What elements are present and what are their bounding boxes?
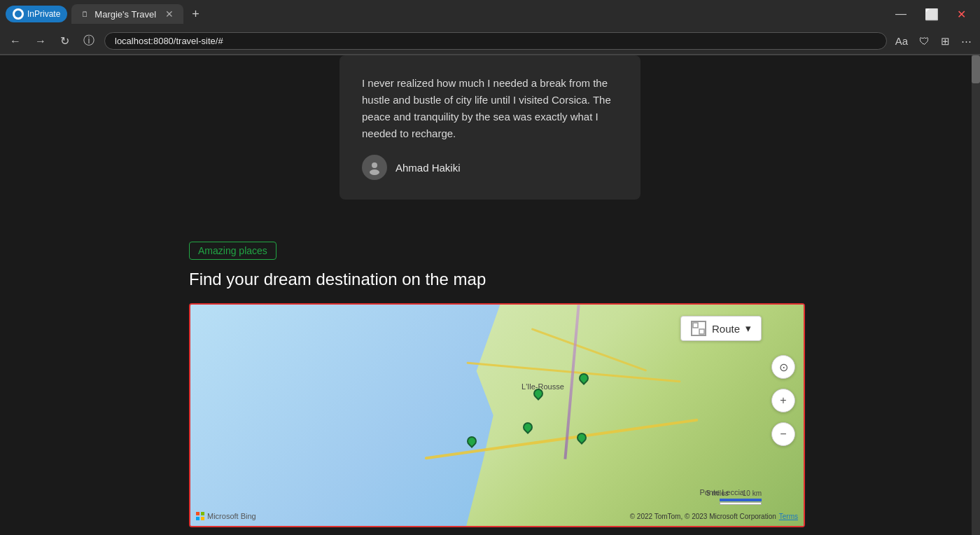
map-pin-4 — [465, 434, 479, 448]
map-scale: 5 miles 10 km — [706, 489, 762, 505]
map-marker-5[interactable] — [577, 433, 587, 447]
toolbar-icon-3[interactable]: ⊞ — [938, 32, 953, 50]
tab-label: Margie's Travel — [94, 9, 156, 20]
url-bar[interactable] — [104, 32, 887, 50]
testimonial-section: I never realized how much I needed a bre… — [0, 55, 980, 200]
route-label: Route — [712, 323, 740, 335]
title-bar: InPrivate 🗒 Margie's Travel ✕ + — ⬜ ✕ — [0, 0, 980, 28]
zoom-in-icon: + — [780, 394, 786, 407]
more-menu-icon[interactable]: ⋯ — [958, 32, 974, 50]
scale-bar-blue — [720, 499, 762, 501]
testimonial-author: Ahmad Hakiki — [362, 155, 618, 180]
svg-point-0 — [372, 162, 377, 168]
author-name: Ahmad Hakiki — [396, 162, 461, 174]
toolbar-icons: Aa 🛡 ⊞ ⋯ — [892, 32, 974, 50]
bing-squares-icon — [196, 512, 204, 520]
map-background: L'Ile-Rousse Ponte Leccia — [190, 305, 804, 526]
active-tab[interactable]: 🗒 Margie's Travel ✕ — [71, 4, 183, 24]
scale-bar-white — [720, 502, 762, 505]
map-attribution: © 2022 TomTom, © 2023 Microsoft Corporat… — [630, 513, 798, 520]
map-container[interactable]: L'Ile-Rousse Ponte Leccia — [189, 303, 805, 527]
window-controls: — ⬜ ✕ — [887, 5, 974, 24]
inprivate-button[interactable]: InPrivate — [6, 6, 67, 22]
forward-button[interactable]: → — [31, 32, 50, 50]
bing-sq-green — [201, 512, 204, 515]
map-marker-4[interactable] — [467, 436, 477, 450]
zoom-in-button[interactable]: + — [771, 389, 795, 412]
testimonial-card: I never realized how much I needed a bre… — [340, 55, 640, 200]
amazing-places-badge: Amazing places — [189, 242, 276, 260]
toolbar-icon-2[interactable]: 🛡 — [916, 32, 932, 50]
scale-labels: 5 miles 10 km — [706, 489, 762, 497]
map-pin-5 — [575, 431, 589, 445]
back-button[interactable]: ← — [6, 32, 25, 50]
svg-rect-2 — [693, 323, 698, 328]
page-content: I never realized how much I needed a bre… — [0, 55, 980, 535]
bing-sq-yellow — [201, 517, 204, 520]
scrollbar-thumb[interactable] — [972, 55, 980, 83]
section-heading: Find your dream destination on the map — [189, 270, 791, 289]
new-tab-button[interactable]: + — [186, 4, 205, 25]
bing-label: Microsoft Bing — [207, 512, 256, 520]
maximize-button[interactable]: ⬜ — [916, 5, 947, 24]
toolbar-icon-1[interactable]: Aa — [892, 32, 911, 50]
map-marker-3[interactable] — [523, 422, 533, 436]
tab-page-icon: 🗒 — [81, 10, 89, 18]
main-section: Amazing places Find your dream destinati… — [0, 221, 980, 527]
address-bar: ← → ↻ ⓘ Aa 🛡 ⊞ ⋯ — [0, 28, 980, 55]
terms-link[interactable]: Terms — [779, 513, 798, 520]
route-icon — [691, 321, 706, 336]
bing-logo: Microsoft Bing — [196, 512, 256, 520]
map-pin-1 — [531, 387, 545, 401]
attribution-text: © 2022 TomTom, © 2023 Microsoft Corporat… — [630, 513, 776, 520]
locate-icon: ⊙ — [779, 361, 788, 374]
route-dropdown-icon: ▾ — [746, 322, 751, 335]
inprivate-icon — [13, 8, 24, 20]
tab-bar: 🗒 Margie's Travel ✕ + — [71, 4, 205, 25]
map-marker-2[interactable] — [579, 373, 589, 387]
scale-miles: 5 miles — [706, 489, 729, 497]
scrollbar[interactable] — [972, 55, 980, 535]
close-button[interactable]: ✕ — [948, 5, 974, 24]
map-pin-2 — [577, 371, 591, 385]
close-tab-button[interactable]: ✕ — [165, 8, 174, 20]
route-button[interactable]: Route ▾ — [680, 316, 762, 341]
minimize-button[interactable]: — — [887, 5, 915, 24]
svg-point-1 — [370, 169, 379, 175]
map-pin-3 — [521, 420, 535, 434]
locate-button[interactable]: ⊙ — [771, 355, 795, 379]
info-icon: ⓘ — [79, 31, 99, 51]
inprivate-label: InPrivate — [27, 9, 60, 19]
bing-sq-red — [196, 512, 200, 515]
scale-bar — [720, 499, 762, 505]
refresh-button[interactable]: ↻ — [56, 32, 74, 50]
scale-km: 10 km — [743, 489, 762, 497]
author-avatar — [362, 155, 387, 180]
zoom-out-button[interactable]: − — [771, 422, 795, 446]
browser-chrome: InPrivate 🗒 Margie's Travel ✕ + — ⬜ ✕ ← … — [0, 0, 980, 55]
zoom-out-icon: − — [780, 428, 786, 440]
map-marker-1[interactable] — [533, 389, 543, 403]
svg-rect-3 — [699, 329, 704, 334]
testimonial-quote: I never realized how much I needed a bre… — [362, 75, 618, 142]
bing-sq-blue — [196, 517, 200, 520]
badge-container: Amazing places — [189, 242, 791, 270]
